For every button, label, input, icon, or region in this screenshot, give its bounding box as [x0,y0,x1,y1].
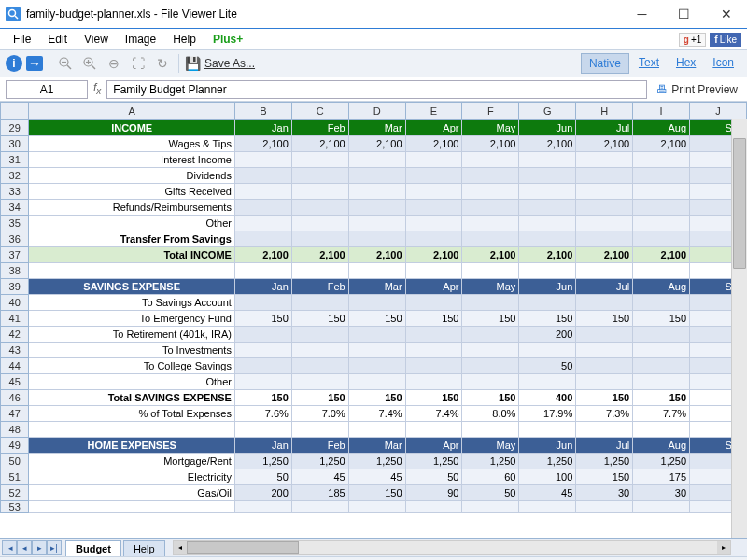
cell[interactable]: 150 [576,390,633,406]
cell[interactable]: 7.6% [234,406,291,422]
cell[interactable]: Jun [519,120,576,136]
cell[interactable]: Aug [633,279,690,295]
cell[interactable]: 185 [291,485,348,501]
cell[interactable] [576,295,633,311]
cell[interactable]: 50 [519,358,576,374]
cell[interactable] [519,263,576,279]
cell[interactable] [462,216,519,231]
cell[interactable] [348,327,405,343]
cell[interactable]: May [462,120,519,136]
cell[interactable] [519,184,576,200]
cell[interactable] [234,422,291,438]
cell[interactable] [29,501,234,513]
cell[interactable]: 7.4% [405,406,462,422]
zoom-in-icon[interactable] [79,53,100,74]
cell[interactable]: 2,100 [234,247,291,263]
cell[interactable]: 17.9% [519,406,576,422]
sheet-tab-help[interactable]: Help [123,540,165,556]
cell[interactable] [405,358,462,374]
cell[interactable] [348,501,405,513]
cell[interactable] [234,343,291,358]
cell[interactable] [234,374,291,390]
cell[interactable] [633,327,690,343]
cell[interactable] [291,231,348,247]
cell[interactable] [234,263,291,279]
cell[interactable]: 2,100 [462,247,519,263]
cell[interactable] [462,200,519,216]
cell[interactable] [633,200,690,216]
cell[interactable] [348,200,405,216]
cell[interactable] [633,374,690,390]
cell[interactable] [576,358,633,374]
cell[interactable]: SAVINGS EXPENSE [29,279,234,295]
cell[interactable]: Jun [519,438,576,454]
cell[interactable] [291,200,348,216]
cell[interactable] [633,184,690,200]
cell[interactable]: 150 [291,390,348,406]
cell[interactable] [519,374,576,390]
menu-file[interactable]: File [6,31,38,48]
cell[interactable] [576,216,633,231]
cell[interactable]: Other [29,374,234,390]
cell[interactable]: 1,250 [633,454,690,469]
cell[interactable]: HOME EXPENSES [29,438,234,454]
cell[interactable]: Transfer From Savings [29,231,234,247]
cell[interactable] [576,263,633,279]
cell[interactable] [633,358,690,374]
cell[interactable] [291,263,348,279]
cell[interactable] [519,343,576,358]
cell[interactable] [633,231,690,247]
spreadsheet-grid[interactable]: ABCDEFGHIJ29INCOMEJanFebMarAprMayJunJulA… [0,102,747,513]
cell[interactable] [405,327,462,343]
cell[interactable] [234,295,291,311]
cell[interactable] [462,295,519,311]
cell[interactable]: 2,100 [234,136,291,152]
fit-icon[interactable]: ⛶ [128,53,148,74]
cell[interactable] [576,327,633,343]
cell[interactable] [576,343,633,358]
cell[interactable]: 30 [633,485,690,501]
cell-reference-input[interactable] [6,80,88,99]
cell[interactable] [234,327,291,343]
cell[interactable]: 150 [348,485,405,501]
cell[interactable]: 1,250 [234,454,291,469]
cell[interactable]: 400 [519,390,576,406]
cell[interactable] [462,358,519,374]
cell[interactable] [519,295,576,311]
cell[interactable] [462,263,519,279]
cell[interactable]: Mar [348,279,405,295]
maximize-button[interactable]: ☐ [663,0,705,28]
cell[interactable]: 1,250 [519,454,576,469]
viewmode-icon[interactable]: Icon [705,53,741,74]
cell[interactable] [234,200,291,216]
cell[interactable]: INCOME [29,120,234,136]
cell[interactable]: 30 [576,485,633,501]
cell[interactable]: Feb [291,438,348,454]
cell[interactable]: Dividends [29,168,234,184]
cell[interactable]: Interest Income [29,152,234,168]
cell[interactable] [462,184,519,200]
cell[interactable] [291,152,348,168]
cell[interactable] [348,358,405,374]
cell[interactable] [291,216,348,231]
cell[interactable] [291,501,348,513]
info-icon[interactable]: i [6,55,22,72]
cell[interactable]: 45 [519,485,576,501]
cell[interactable] [348,263,405,279]
cell[interactable] [348,152,405,168]
cell[interactable]: 150 [576,469,633,485]
cell[interactable]: 150 [462,390,519,406]
cell[interactable]: Refunds/Reimbursements [29,200,234,216]
cell[interactable]: Mar [348,438,405,454]
cell[interactable] [405,184,462,200]
cell[interactable]: 150 [633,311,690,327]
cell[interactable]: Aug [633,120,690,136]
cell[interactable] [234,231,291,247]
cell[interactable] [462,343,519,358]
cell[interactable] [576,200,633,216]
menu-help[interactable]: Help [165,31,204,48]
cell[interactable] [29,263,234,279]
cell[interactable]: 7.4% [348,406,405,422]
cell[interactable] [633,263,690,279]
viewmode-text[interactable]: Text [631,53,667,74]
